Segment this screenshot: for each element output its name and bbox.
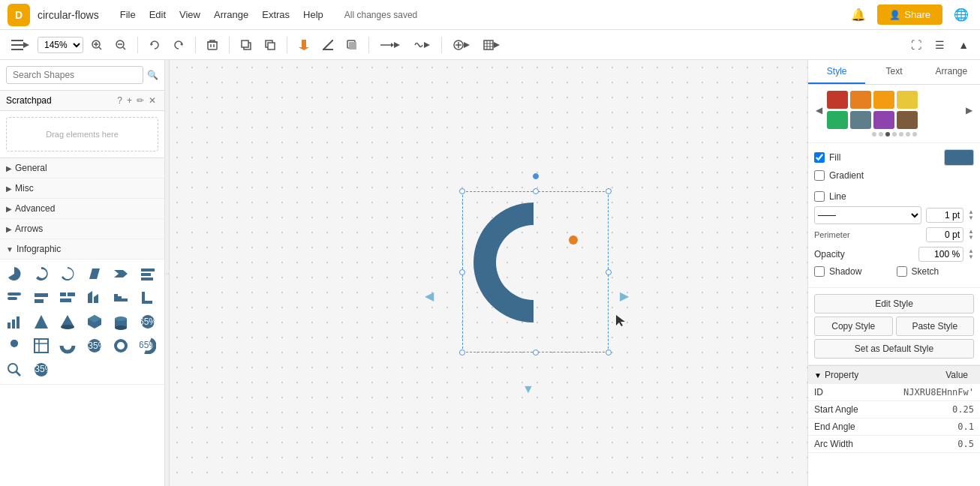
palette-dot-3[interactable] [885,132,890,136]
format-btn[interactable]: ☰ [930,36,950,54]
spinner-down-icon[interactable]: ▼ [968,215,974,221]
zoom-in-btn[interactable] [86,37,107,53]
opacity-input[interactable] [918,247,963,262]
tab-style[interactable]: Style [808,60,865,84]
line-color-btn[interactable] [317,37,338,53]
to-back-btn[interactable] [260,37,281,53]
menu-extras[interactable]: Extras [256,7,296,22]
swatch-green[interactable] [827,111,848,129]
shape-percent-badge[interactable]: 65% [137,310,159,333]
bell-icon[interactable]: 🔔 [847,4,870,26]
share-button[interactable]: 👤 Style Share [877,4,942,25]
palette-next-btn[interactable]: ▶ [964,104,974,117]
connection-btn[interactable] [375,37,405,53]
section-general[interactable]: ▶ General [0,158,164,178]
shape-c-ring[interactable] [30,262,53,285]
handle-bottom-left[interactable] [459,350,465,356]
shape-partial-disc[interactable] [3,262,26,285]
scratchpad-help[interactable]: ? [115,94,125,106]
handle-middle-right[interactable] [606,269,612,275]
line-pt-spinner[interactable]: ▲ ▼ [968,209,974,221]
line-style-select[interactable]: —— [814,206,921,224]
perimeter-input[interactable] [926,227,963,242]
shape-bar-h4[interactable] [56,286,79,309]
shape-percent-circle[interactable]: 135% [83,334,106,357]
swatch-red[interactable] [827,91,848,109]
shape-map-pin[interactable] [3,334,26,357]
to-front-btn[interactable] [236,37,257,53]
palette-dot-6[interactable] [906,132,910,136]
opacity-spinner-down[interactable]: ▼ [968,254,974,260]
scratchpad-close[interactable]: ✕ [146,94,158,106]
paste-style-button[interactable]: Paste Style [896,316,975,336]
selected-shape-container[interactable] [462,191,609,352]
swatch-yellow-orange[interactable] [873,91,894,109]
search-input[interactable] [6,66,143,84]
handle-rotate[interactable] [533,173,539,179]
gradient-checkbox[interactable] [814,170,825,181]
sidebar-toggle[interactable] [6,37,35,53]
table-btn[interactable] [478,37,505,53]
shape-parallelogram[interactable] [83,262,106,285]
line-checkbox[interactable] [814,191,825,202]
fill-checkbox[interactable] [814,152,825,163]
shape-bar-h1[interactable] [137,262,159,285]
fullscreen-btn[interactable]: ⛶ [906,36,927,54]
tab-text[interactable]: Text [865,60,922,84]
palette-prev-btn[interactable]: ◀ [814,104,824,117]
copy-style-button[interactable]: Copy Style [814,316,893,336]
tab-arrange[interactable]: Arrange [923,60,980,84]
handle-top-left[interactable] [459,188,465,194]
handle-bottom-center[interactable] [533,350,539,356]
shape-cylinder[interactable] [110,310,132,333]
sketch-checkbox[interactable] [897,266,907,277]
opacity-spinner[interactable]: ▲ ▼ [968,248,974,260]
menu-edit[interactable]: Edit [143,7,172,22]
fill-color-swatch[interactable] [944,149,974,166]
perimeter-spinner[interactable]: ▲ ▼ [968,229,974,241]
search-icon[interactable]: 🔍 [147,70,158,80]
property-header[interactable]: ▼ Property Value [808,365,980,384]
section-infographic[interactable]: ▼ Infographic [0,239,164,260]
insert-btn[interactable] [448,37,475,53]
shape-magnifier[interactable] [3,358,26,381]
handle-top-right[interactable] [606,188,612,194]
undo-btn[interactable] [144,37,165,53]
set-default-button[interactable]: Set as Default Style [814,339,974,358]
handle-bottom-right[interactable] [606,350,612,356]
shape-table-icon[interactable] [30,334,53,357]
section-arrows[interactable]: ▶ Arrows [0,219,164,239]
zoom-selector[interactable]: 145% [38,37,83,53]
palette-dot-5[interactable] [899,132,903,136]
section-misc[interactable]: ▶ Misc [0,178,164,199]
shape-bars-v[interactable] [3,310,26,333]
canvas-area[interactable]: ▲ ▼ ◀ ▶ [170,60,807,486]
globe-icon[interactable]: 🌐 [950,4,972,26]
perimeter-spinner-down[interactable]: ▼ [968,235,974,241]
redo-btn[interactable] [168,37,189,53]
collapse-btn[interactable]: ▲ [953,36,974,54]
shape-percent-donut[interactable]: 65% [137,334,159,357]
shape-bar-h3[interactable] [30,286,53,309]
shape-cone[interactable] [56,310,79,333]
shape-donut-chart[interactable] [56,334,79,357]
palette-dot-7[interactable] [912,132,917,136]
shape-step-left[interactable] [110,286,132,309]
scratchpad-add[interactable]: + [125,94,134,106]
menu-file[interactable]: File [114,7,142,22]
swatch-brown[interactable] [897,111,918,129]
zoom-out-btn[interactable] [110,37,131,53]
delete-btn[interactable] [202,37,223,53]
shape-bar-h2[interactable] [3,286,26,309]
swatch-purple[interactable] [873,111,894,129]
shape-percent-circle2[interactable]: 135% [30,358,53,381]
scratchpad-edit[interactable]: ✏ [134,94,146,106]
shape-chevron-right[interactable] [110,262,132,285]
menu-help[interactable]: Help [297,7,329,22]
line-pt-input[interactable] [926,208,963,223]
section-advanced[interactable]: ▶ Advanced [0,199,164,219]
palette-dot-4[interactable] [892,132,897,136]
palette-dot-1[interactable] [872,132,876,136]
menu-view[interactable]: View [173,7,206,22]
shape-donut-partial[interactable] [56,262,79,285]
